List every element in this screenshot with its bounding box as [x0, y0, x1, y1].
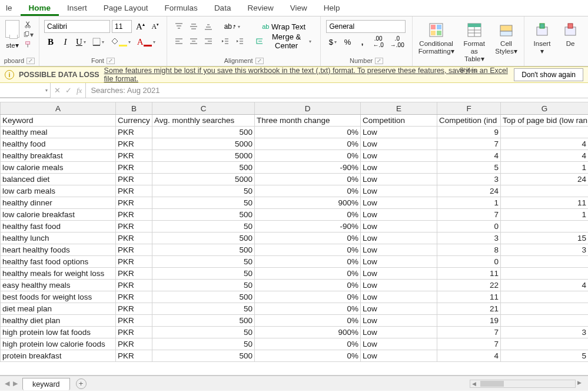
increase-decimal-button[interactable]: .00←.0 [370, 35, 386, 48]
cell[interactable]: 500 [152, 315, 255, 327]
clipboard-expand-icon[interactable]: ⤢ [26, 58, 35, 64]
cell[interactable]: Top of page bid (low ran [501, 115, 589, 127]
cell[interactable]: 500 [152, 162, 255, 174]
cell[interactable]: heart healthy foods [1, 244, 116, 256]
grow-font-button[interactable]: A▴ [134, 20, 147, 33]
cell[interactable]: 900% [255, 327, 361, 338]
decrease-indent-button[interactable] [218, 35, 231, 48]
cell[interactable]: 5 [437, 162, 501, 174]
add-sheet-button[interactable]: + [76, 378, 87, 389]
table-row[interactable]: healthy dinnerPKR50900%Low111 [1, 197, 589, 209]
cell[interactable]: PKR [116, 209, 152, 221]
paste-button[interactable]: ste▾ [6, 41, 18, 49]
cell[interactable]: Low [361, 350, 437, 362]
cell[interactable]: 7 [437, 138, 501, 150]
cell[interactable]: low calorie breakfast [1, 209, 116, 221]
format-painter-icon[interactable] [23, 41, 34, 49]
comma-button[interactable]: , [356, 35, 368, 48]
table-row[interactable]: protein breakfastPKR5000%Low45 [1, 350, 589, 362]
cell[interactable]: Low [361, 162, 437, 174]
cell[interactable] [501, 268, 589, 280]
cell[interactable]: Low [361, 185, 437, 197]
table-row[interactable]: healthy breakfastPKR50000%Low44 [1, 150, 589, 162]
table-row[interactable]: easy healthy mealsPKR500%Low224 [1, 280, 589, 291]
cell[interactable]: Low [361, 174, 437, 185]
col-header[interactable]: A [1, 102, 116, 115]
cell[interactable]: 7 [437, 209, 501, 221]
cell[interactable]: low calorie meals [1, 162, 116, 174]
cell[interactable]: 9 [437, 127, 501, 138]
cell[interactable] [501, 315, 589, 327]
col-header[interactable]: C [152, 102, 255, 115]
cell[interactable]: PKR [116, 256, 152, 268]
table-row[interactable]: high protein low calorie foodsPKR500%Low… [1, 338, 589, 350]
cell[interactable]: 0% [255, 185, 361, 197]
cell[interactable]: 500 [152, 244, 255, 256]
cell[interactable]: 0% [255, 338, 361, 350]
cell[interactable]: 50 [152, 197, 255, 209]
cell[interactable]: PKR [116, 268, 152, 280]
font-name-select[interactable] [44, 20, 110, 33]
cell[interactable]: healthy diet plan [1, 315, 116, 327]
cell[interactable]: 0% [255, 174, 361, 185]
cell[interactable]: Low [361, 244, 437, 256]
cell[interactable]: PKR [116, 338, 152, 350]
align-left-button[interactable] [172, 35, 185, 48]
delete-cells-button[interactable]: De [556, 18, 584, 49]
wrap-text-button[interactable]: ab Wrap Text [253, 20, 315, 33]
currency-button[interactable]: $▾ [326, 35, 339, 48]
shrink-font-button[interactable]: A▾ [149, 20, 162, 33]
table-row[interactable]: healthy meals for weight lossPKR500%Low1… [1, 268, 589, 280]
cell[interactable]: 0 [437, 221, 501, 232]
table-row[interactable]: healthy mealPKR5000%Low9 [1, 127, 589, 138]
cell[interactable] [501, 291, 589, 303]
cell[interactable]: PKR [116, 127, 152, 138]
cut-icon[interactable] [23, 21, 34, 29]
merge-center-button[interactable]: Merge & Center▾ [253, 35, 315, 48]
cell[interactable]: healthy dinner [1, 197, 116, 209]
cell[interactable]: 3 [501, 327, 589, 338]
cell[interactable]: 0% [255, 303, 361, 315]
cell[interactable]: balanced diet [1, 174, 116, 185]
cell[interactable]: 5000 [152, 150, 255, 162]
cell[interactable]: healthy meal [1, 127, 116, 138]
format-as-table-button[interactable]: Format as Table▾ [457, 18, 493, 65]
increase-indent-button[interactable] [233, 35, 246, 48]
cell[interactable]: Low [361, 209, 437, 221]
font-size-select[interactable] [112, 20, 132, 33]
cancel-formula-icon[interactable]: ✕ [54, 86, 61, 95]
cell[interactable]: 3 [437, 232, 501, 244]
table-row[interactable]: healthy diet planPKR5000%Low19 [1, 315, 589, 327]
cell[interactable]: PKR [116, 303, 152, 315]
cell[interactable]: 500 [152, 209, 255, 221]
align-right-button[interactable] [202, 35, 215, 48]
cell[interactable]: 500 [152, 350, 255, 362]
cell[interactable]: Keyword [1, 115, 116, 127]
cell[interactable]: 50 [152, 338, 255, 350]
orientation-button[interactable]: ab↗▾ [218, 20, 246, 33]
cell[interactable]: best foods for weight loss [1, 291, 116, 303]
cell[interactable]: 0% [255, 232, 361, 244]
cell[interactable]: 4 [501, 280, 589, 291]
cell[interactable]: protein breakfast [1, 350, 116, 362]
table-row[interactable]: low carb mealsPKR500%Low24 [1, 185, 589, 197]
italic-button[interactable]: I [59, 35, 72, 48]
col-header[interactable]: E [361, 102, 437, 115]
cell[interactable]: PKR [116, 244, 152, 256]
cell[interactable]: Low [361, 268, 437, 280]
cell[interactable]: PKR [116, 350, 152, 362]
table-row[interactable]: balanced dietPKR50000%Low324 [1, 174, 589, 185]
table-row[interactable]: low calorie mealsPKR500-90%Low51 [1, 162, 589, 174]
tab-review[interactable]: Review [239, 1, 281, 16]
cell[interactable]: 11 [501, 197, 589, 209]
cell[interactable]: Low [361, 338, 437, 350]
cell[interactable]: 0% [255, 127, 361, 138]
tab-view[interactable]: View [282, 1, 315, 16]
cell[interactable]: PKR [116, 280, 152, 291]
border-button[interactable]: ▾ [90, 35, 107, 48]
cell[interactable]: 3 [501, 244, 589, 256]
cell[interactable]: PKR [116, 291, 152, 303]
horizontal-scrollbar[interactable]: ◀ ▶ [87, 380, 588, 388]
cell[interactable]: diet meal plan [1, 303, 116, 315]
cell[interactable]: low carb meals [1, 185, 116, 197]
